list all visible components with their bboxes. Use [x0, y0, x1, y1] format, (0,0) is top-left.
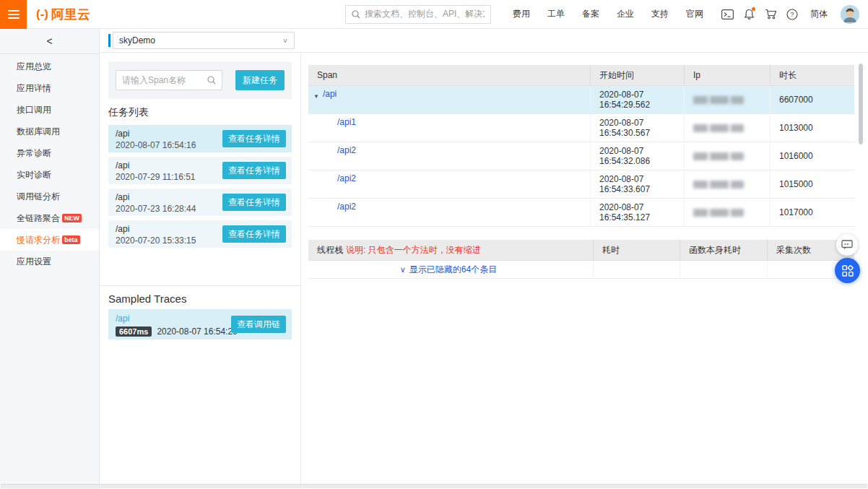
chevron-down-icon: ∨: [282, 37, 288, 44]
span-ip: [684, 199, 770, 226]
view-task-detail-button[interactable]: 查看任务详情: [222, 194, 286, 211]
notification-bell-icon[interactable]: [738, 4, 760, 25]
span-row[interactable]: ▼ /api 2020-08-07 16:54:29.562 6607000: [308, 86, 854, 114]
cart-icon[interactable]: [760, 4, 781, 25]
topbar-menu-item[interactable]: 官网: [677, 8, 712, 20]
topbar-menu-item[interactable]: 费用: [504, 8, 539, 20]
view-task-detail-button[interactable]: 查看任务详情: [222, 162, 286, 179]
sidebar-item[interactable]: 慢请求分析 beta: [0, 229, 99, 251]
show-hidden-entries-link[interactable]: ∨ 显示已隐藏的64个条目: [400, 264, 497, 274]
console-terminal-icon[interactable]: [716, 4, 738, 25]
span-table: Span 开始时间 Ip 时长 ▼ /api 2020-08-07 16:54:…: [308, 65, 854, 227]
span-name-link[interactable]: /api: [323, 89, 337, 100]
task-item[interactable]: /api 2020-07-29 11:16:51 查看任务详情: [108, 157, 292, 184]
span-name-cell: /api2: [308, 199, 590, 226]
new-task-button[interactable]: 新建任务: [235, 70, 285, 90]
sidebar-item-label: 慢请求分析: [17, 234, 60, 246]
topbar-menu-item[interactable]: 企业: [608, 8, 643, 20]
user-avatar[interactable]: [841, 5, 859, 24]
sampled-trace-item[interactable]: /api 6607ms 2020-08-07 16:54:29 查看调用链: [108, 309, 292, 339]
expand-triangle-icon[interactable]: ▼: [313, 91, 319, 102]
topbar-right: 搜索文档、控制台、API、解决方案和资源 费用工单备案企业支持官网 ?: [345, 4, 868, 25]
sidebar-item-badge: NEW: [62, 214, 82, 222]
span-start-time: 2020-08-07 16:54:35.127: [590, 199, 684, 226]
main-area: Span 开始时间 Ip 时长 ▼ /api 2020-08-07 16:54:…: [301, 53, 868, 489]
view-task-detail-button[interactable]: 查看任务详情: [222, 130, 286, 147]
app-select-dropdown[interactable]: skyDemo ∨: [113, 32, 295, 49]
redacted-ip: [693, 181, 744, 189]
task-item[interactable]: /api 2020-07-20 15:33:15 查看任务详情: [108, 220, 292, 248]
sidebar-item-label: 接口调用: [17, 104, 51, 116]
topbar-menu-item[interactable]: 支持: [643, 8, 677, 20]
span-name-link[interactable]: /api1: [337, 117, 356, 128]
app-select-bar: skyDemo ∨: [100, 29, 868, 53]
language-switch[interactable]: 简体: [803, 8, 835, 20]
alibaba-cloud-logo[interactable]: (-) 阿里云: [36, 6, 90, 23]
accent-bar: [108, 34, 110, 47]
span-name-link[interactable]: /api2: [337, 173, 356, 184]
span-ip: [684, 114, 770, 142]
search-icon: [207, 76, 216, 85]
span-start-time: 2020-08-07 16:54:30.567: [590, 114, 684, 142]
sidebar-item[interactable]: 接口调用: [0, 99, 99, 121]
span-search-input[interactable]: 请输入Span名称: [116, 70, 222, 90]
svg-text:?: ?: [790, 10, 794, 18]
sidebar-collapse-button[interactable]: <: [0, 29, 99, 54]
notification-dot: [752, 7, 755, 11]
col-thread-stack: 线程栈 说明: 只包含一个方法时，没有缩进: [308, 240, 593, 260]
sidebar-item[interactable]: 数据库调用: [0, 121, 99, 142]
help-icon[interactable]: ?: [781, 4, 803, 25]
span-row[interactable]: /api2 2020-08-07 16:54:35.127 1017000: [308, 199, 854, 227]
feedback-button[interactable]: [836, 234, 858, 256]
sidebar-item-label: 应用总览: [17, 61, 51, 73]
span-row[interactable]: /api1 2020-08-07 16:54:30.567 1013000: [308, 114, 854, 142]
sidebar-item[interactable]: 调用链分析: [0, 186, 99, 207]
empty-cell: [593, 261, 680, 278]
sidebar-item[interactable]: 全链路聚合 NEW: [0, 207, 99, 229]
topbar-menu-item[interactable]: 工单: [539, 8, 573, 20]
span-row[interactable]: /api2 2020-08-07 16:54:33.607 1015000: [308, 170, 854, 199]
span-ip: [684, 86, 770, 113]
stack-title: 线程栈: [317, 245, 343, 255]
sidebar-item-label: 数据库调用: [17, 126, 60, 138]
global-search-input[interactable]: 搜索文档、控制台、API、解决方案和资源: [345, 5, 491, 24]
redacted-ip: [693, 209, 744, 217]
sidebar-item[interactable]: 异常诊断: [0, 142, 99, 164]
sampled-trace-time: 2020-08-07 16:54:29: [157, 326, 237, 337]
sidebar-nav: 应用总览 应用详情 接口调用 数据库调用 异常诊断 实时诊断: [0, 54, 99, 272]
span-start-time: 2020-08-07 16:54:33.607: [590, 170, 684, 198]
span-row[interactable]: /api2 2020-08-07 16:54:32.086 1016000: [308, 142, 854, 170]
task-item[interactable]: /api 2020-08-07 16:54:16 查看任务详情: [108, 125, 292, 152]
span-start-time: 2020-08-07 16:54:32.086: [590, 142, 684, 170]
view-task-detail-button[interactable]: 查看任务详情: [222, 225, 286, 243]
stack-expander-row: ∨ 显示已隐藏的64个条目: [308, 261, 854, 279]
topbar-menu-item[interactable]: 备案: [573, 8, 608, 20]
vertical-scrollbar-thumb[interactable]: [859, 64, 863, 144]
hamburger-menu-button[interactable]: [0, 0, 27, 29]
sidebar-item[interactable]: 应用详情: [0, 77, 99, 99]
sidebar-item[interactable]: 应用设置: [0, 251, 99, 272]
view-trace-button[interactable]: 查看调用链: [231, 316, 286, 333]
sidebar-item[interactable]: 应用总览: [0, 56, 99, 77]
span-search-placeholder: 请输入Span名称: [122, 74, 207, 87]
col-ip: Ip: [684, 65, 770, 85]
search-icon: [352, 10, 360, 19]
span-name-cell: /api1: [308, 114, 590, 142]
span-ip: [684, 170, 770, 198]
col-cost: 耗时: [593, 240, 680, 260]
task-item[interactable]: /api 2020-07-23 16:28:44 查看任务详情: [108, 189, 292, 216]
widgets-button[interactable]: [835, 258, 860, 283]
span-name-cell: /api2: [308, 170, 590, 198]
sidebar-item[interactable]: 实时诊断: [0, 164, 99, 186]
span-start-time: 2020-08-07 16:54:29.562: [590, 86, 684, 113]
sidebar: < 应用总览 应用详情 接口调用 数据库调用 异常诊断: [0, 29, 100, 489]
page: (-) 阿里云 搜索文档、控制台、API、解决方案和资源 费用工单备案企业支持官…: [0, 0, 868, 489]
span-duration: 1013000: [770, 114, 854, 142]
sidebar-item-label: 应用设置: [17, 256, 51, 268]
stack-table-header: 线程栈 说明: 只包含一个方法时，没有缩进 耗时 函数本身耗时 采集次数: [308, 240, 854, 261]
span-name-link[interactable]: /api2: [337, 145, 356, 156]
span-name-cell: ▼ /api: [308, 86, 590, 113]
topbar: (-) 阿里云 搜索文档、控制台、API、解决方案和资源 费用工单备案企业支持官…: [0, 0, 868, 29]
span-name-link[interactable]: /api2: [337, 202, 356, 212]
sidebar-item-label: 调用链分析: [17, 191, 60, 203]
